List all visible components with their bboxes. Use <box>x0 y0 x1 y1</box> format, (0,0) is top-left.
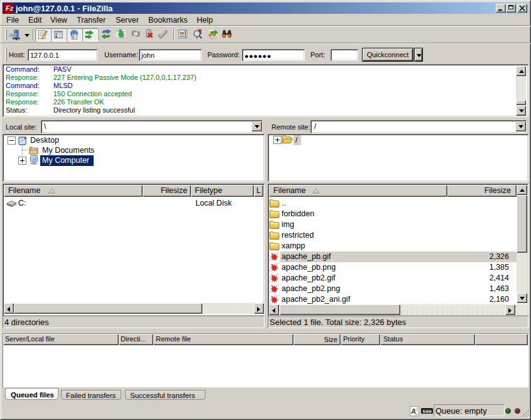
svg-text:500: 500 <box>423 409 432 414</box>
svg-text:A: A <box>410 407 416 415</box>
svg-text:Fz: Fz <box>6 4 14 12</box>
